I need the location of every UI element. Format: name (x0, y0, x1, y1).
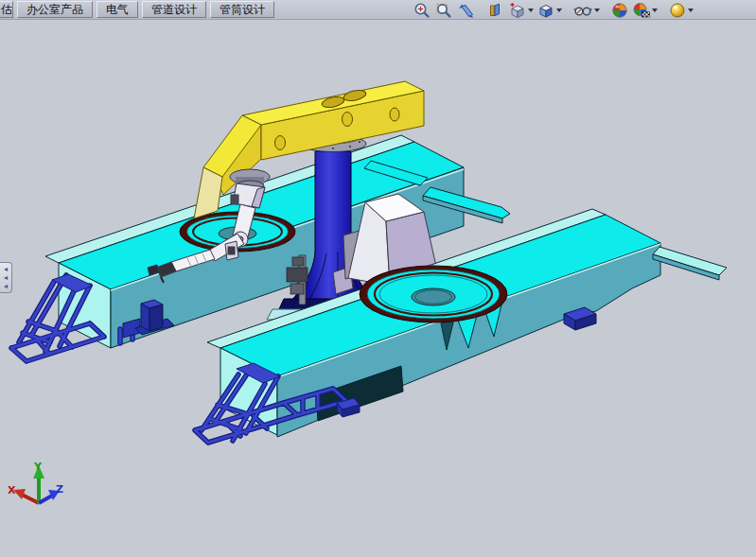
3d-viewport[interactable]: X Y Z (0, 0, 756, 557)
section-view-button[interactable] (486, 1, 505, 20)
view-orientation-icon (508, 1, 527, 20)
origin-triad: X Y Z (8, 461, 63, 503)
tab-electrical[interactable]: 电气 (97, 1, 138, 18)
hide-show-items-icon (572, 1, 593, 20)
expand-arrow-icon: ◂ (4, 273, 8, 282)
expand-arrow-icon: ◂ (4, 265, 8, 273)
command-manager-tabs: 估 办公室产品 电气 管道设计 管筒设计 (0, 0, 274, 18)
tab-label: 电气 (106, 2, 129, 17)
expand-arrow-icon: ◂ (4, 282, 8, 290)
view-settings-icon (668, 1, 687, 20)
section-view-icon (486, 1, 505, 20)
tab-evaluate-partial[interactable]: 估 (0, 1, 13, 18)
view-settings-dropdown-caret[interactable] (688, 9, 694, 12)
previous-view-button[interactable] (456, 1, 476, 20)
edit-appearance-icon (610, 1, 629, 20)
display-style-dropdown-caret[interactable] (556, 9, 562, 12)
front-girder-ring[interactable] (360, 266, 507, 322)
tab-piping-design[interactable]: 管道设计 (142, 1, 206, 18)
tab-label: 管筒设计 (220, 2, 265, 17)
apply-scene-dropdown-caret[interactable] (652, 9, 658, 12)
zoom-to-area-button[interactable] (434, 1, 453, 20)
tab-office-products[interactable]: 办公室产品 (17, 1, 93, 18)
tab-tubing-design[interactable]: 管筒设计 (210, 1, 274, 18)
zoom-to-fit-button[interactable] (413, 1, 431, 20)
tab-label: 管道设计 (151, 2, 197, 17)
previous-view-icon (456, 1, 476, 20)
triad-x-label: X (8, 484, 16, 496)
apply-scene-button[interactable] (632, 1, 658, 20)
view-settings-button[interactable] (668, 1, 694, 20)
tab-label: 办公室产品 (26, 2, 83, 17)
display-style-button[interactable] (536, 1, 562, 20)
view-orientation-dropdown-caret[interactable] (528, 9, 534, 12)
hide-show-items-dropdown-caret[interactable] (594, 9, 600, 12)
edit-appearance-button[interactable] (610, 1, 629, 20)
hide-show-items-button[interactable] (572, 1, 600, 20)
heads-up-view-toolbar (413, 0, 694, 20)
featuremanager-expand-tab[interactable]: ◂ ◂ ◂ (0, 262, 12, 293)
cad-application-window: X Y Z ◂ ◂ ◂ 估 办公室产品 电气 管道设计 管筒设计 (0, 0, 756, 557)
zoom-to-area-icon (434, 1, 453, 20)
view-orientation-button[interactable] (508, 1, 534, 20)
command-manager-bar: 估 办公室产品 电气 管道设计 管筒设计 (0, 0, 756, 20)
display-style-icon (536, 1, 555, 20)
tab-label: 估 (1, 2, 12, 17)
zoom-to-fit-icon (413, 1, 431, 20)
triad-z-label: Z (56, 483, 63, 496)
apply-scene-icon (632, 1, 651, 20)
triad-y-label: Y (33, 461, 43, 473)
